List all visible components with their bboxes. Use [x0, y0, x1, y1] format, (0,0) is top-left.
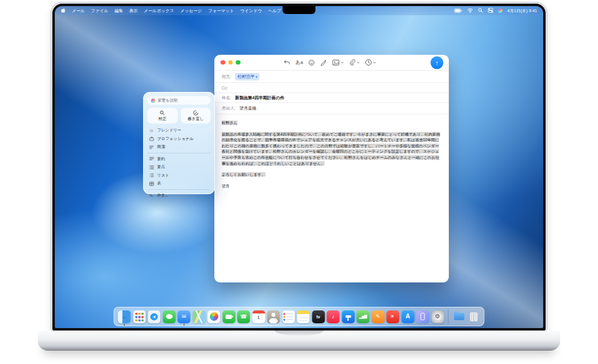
- proofread-label: 校正: [158, 116, 166, 122]
- key-points-icon: [149, 165, 154, 170]
- menu-help[interactable]: ヘルプ: [268, 8, 281, 14]
- table-item[interactable]: 表: [147, 180, 211, 188]
- dock-numbers-icon[interactable]: ▂▅▇: [357, 310, 370, 323]
- body-signature: 望月: [222, 183, 441, 189]
- control-center-icon[interactable]: [488, 8, 493, 13]
- menu-format[interactable]: フォーマット: [208, 8, 234, 14]
- menu-divider: [147, 189, 211, 190]
- list-icon: [149, 173, 154, 178]
- menu-mail[interactable]: メール: [72, 8, 85, 14]
- menu-bar-clock[interactable]: 4月1日(水) 9:41: [507, 8, 537, 14]
- wifi-icon[interactable]: [467, 8, 473, 13]
- apple-intelligence-icon: [151, 99, 155, 103]
- chevron-down-icon: [373, 61, 376, 64]
- photo-browser-button[interactable]: [332, 60, 344, 66]
- menu-mailbox[interactable]: メールボックス: [144, 8, 174, 14]
- dock-calendar-icon[interactable]: 1: [252, 310, 265, 323]
- menu-edit[interactable]: 編集: [114, 8, 123, 14]
- from-value: 望月嘉穂: [239, 105, 256, 111]
- zoom-button[interactable]: [236, 60, 241, 65]
- macbook-lid: メール ファイル 編集 表示 メールボックス メッセージ フォーマット ウインド…: [51, 2, 547, 331]
- menu-message[interactable]: メッセージ: [180, 8, 202, 14]
- dock-contacts-icon[interactable]: [267, 310, 280, 323]
- spotlight-search-icon[interactable]: [478, 8, 483, 13]
- compose-toolbar: あa: [283, 59, 376, 66]
- menu-file[interactable]: ファイル: [91, 8, 108, 14]
- menu-divider: [147, 153, 211, 153]
- dock-mail-icon[interactable]: ✉: [178, 310, 191, 323]
- attach-button[interactable]: [350, 59, 360, 66]
- dock-trash-icon[interactable]: [468, 310, 480, 323]
- tone-concise-label: 簡潔: [157, 144, 165, 150]
- undo-button[interactable]: [283, 60, 290, 65]
- dock-launchpad-icon[interactable]: [133, 310, 146, 323]
- menu-window[interactable]: ウインドウ: [240, 8, 262, 14]
- table-icon: [149, 181, 154, 186]
- writing-tools-buttons: 校正 書き直し: [147, 108, 211, 124]
- dock-pages-icon[interactable]: ✎: [371, 310, 384, 323]
- body-paragraph: 新製品の市場参入戦略に関する第4四半期計画について、改めてご連絡です。今がまさに…: [222, 132, 440, 166]
- summary-label: 要約: [157, 156, 165, 162]
- dock-phone-icon[interactable]: ☎: [237, 310, 250, 323]
- dock-notes-icon[interactable]: [297, 310, 310, 323]
- dock-downloads-folder-icon[interactable]: [452, 310, 465, 323]
- dock-settings-icon[interactable]: ⚙: [431, 310, 444, 323]
- list-label: リスト: [157, 173, 169, 178]
- summary-item[interactable]: 要約: [147, 155, 211, 164]
- key-points-item[interactable]: 要点: [147, 163, 211, 172]
- body-closing: よろしくお願いします。: [222, 172, 266, 177]
- traffic-lights: [220, 60, 241, 65]
- window-title-bar[interactable]: あa: [214, 55, 449, 71]
- dock-finder-icon[interactable]: ◡: [118, 310, 131, 323]
- compose-item[interactable]: ✎ 作文...: [147, 192, 211, 200]
- dock-reminders-icon[interactable]: [282, 310, 295, 323]
- camera-notch: [283, 6, 315, 14]
- from-field[interactable]: 差出人: 望月嘉穂: [214, 103, 449, 114]
- dock-facetime-icon[interactable]: [222, 310, 235, 323]
- list-item-option[interactable]: リスト: [147, 172, 211, 180]
- send-later-button[interactable]: [365, 59, 376, 66]
- dock-keynote-icon[interactable]: [342, 310, 354, 323]
- proofread-button[interactable]: 校正: [147, 108, 178, 124]
- dock-photos-icon[interactable]: [208, 310, 220, 323]
- menu-bar-status: 4月1日(水) 9:41: [454, 8, 537, 14]
- dock-appstore-icon[interactable]: A: [401, 310, 414, 323]
- cc-field[interactable]: Cc:: [214, 83, 449, 93]
- subject-field[interactable]: 件名: 新製品第4四半期計画の件: [214, 93, 449, 103]
- send-button[interactable]: ↑: [431, 56, 443, 69]
- dock-maps-icon[interactable]: [192, 310, 205, 323]
- dock-messages-icon[interactable]: [163, 310, 175, 323]
- to-recipient-name: 松野浩平: [237, 74, 255, 80]
- battery-icon[interactable]: [454, 9, 462, 13]
- rewrite-pencil-icon: [193, 110, 199, 116]
- macbook-photo: メール ファイル 編集 表示 メールボックス メッセージ フォーマット ウインド…: [0, 0, 598, 364]
- rewrite-button[interactable]: 書き直し: [181, 108, 211, 124]
- to-field[interactable]: 宛先: 松野浩平 ▾: [214, 71, 449, 83]
- macbook-base: [38, 331, 560, 351]
- text-format-button[interactable]: あa: [295, 60, 303, 65]
- apple-menu-icon[interactable]: [61, 8, 66, 13]
- concise-lines-icon: [149, 145, 154, 150]
- chevron-down-icon: [341, 61, 344, 64]
- siri-apple-intelligence-icon[interactable]: [498, 9, 502, 13]
- emoji-button[interactable]: [309, 60, 315, 66]
- menu-view[interactable]: 表示: [129, 8, 138, 14]
- describe-change-input[interactable]: 変更を説明: [147, 96, 211, 105]
- mail-compose-window: あa: [214, 55, 449, 282]
- dock-safari-icon[interactable]: ➤: [148, 310, 161, 323]
- tone-professional-item[interactable]: プロフェッショナル: [147, 135, 211, 144]
- summary-icon: [149, 156, 154, 161]
- tone-concise-item[interactable]: 簡潔: [147, 143, 211, 152]
- to-recipient-token[interactable]: 松野浩平 ▾: [235, 73, 260, 80]
- dock-music-icon[interactable]: ♪: [327, 310, 340, 323]
- dock-tv-icon[interactable]: tv: [312, 310, 325, 323]
- body-greeting: 松野さん: [222, 121, 237, 125]
- dock-iphone-mirroring-icon[interactable]: [417, 310, 429, 323]
- writing-tools-button[interactable]: [320, 59, 327, 66]
- menu-bar-left: メール ファイル 編集 表示 メールボックス メッセージ フォーマット ウインド…: [61, 8, 281, 14]
- message-body[interactable]: 松野さん 新製品の市場参入戦略に関する第4四半期計画について、改めてご連絡です。…: [214, 114, 449, 189]
- minimize-button[interactable]: [228, 60, 233, 65]
- close-button[interactable]: [220, 60, 225, 65]
- tone-friendly-item[interactable]: ☺ フレンドリー: [147, 127, 211, 135]
- dock-games-icon[interactable]: ✈: [387, 310, 399, 323]
